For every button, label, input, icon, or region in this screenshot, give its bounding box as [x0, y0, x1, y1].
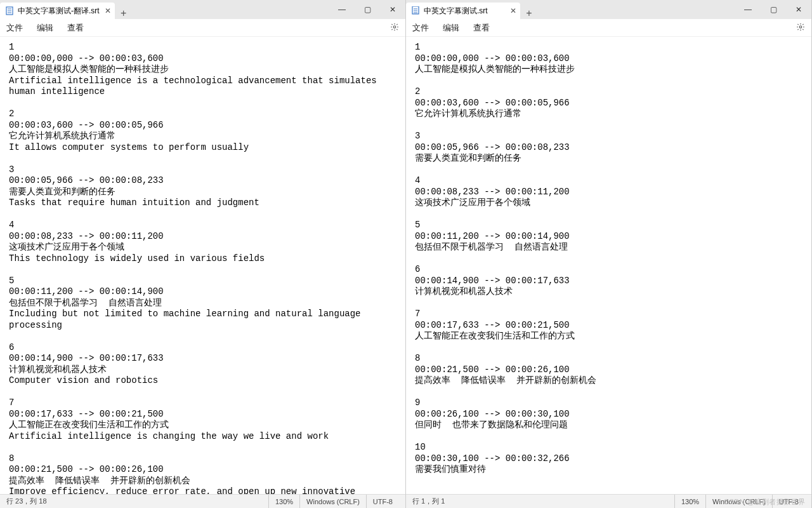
tab-active[interactable]: 中英文字幕测试-翻译.srt ✕: [0, 3, 115, 19]
menu-file[interactable]: 文件: [412, 22, 429, 34]
status-position[interactable]: 行 23，列 18: [6, 495, 53, 508]
editor-content[interactable]: 1 00:00:00,000 --> 00:00:03,600 人工智能是模拟人…: [406, 37, 811, 494]
minimize-button[interactable]: —: [735, 0, 761, 19]
minimize-button[interactable]: —: [329, 0, 355, 19]
status-zoom[interactable]: 130%: [268, 495, 299, 508]
new-tab-button[interactable]: +: [115, 8, 133, 19]
menu-view[interactable]: 查看: [67, 22, 84, 34]
close-button[interactable]: ✕: [786, 0, 811, 19]
titlebar: 中英文字幕测试.srt ✕ + — ▢ ✕: [406, 0, 811, 19]
status-position[interactable]: 行 1，列 1: [412, 495, 451, 508]
maximize-button[interactable]: ▢: [355, 0, 380, 19]
editor-content[interactable]: 1 00:00:00,000 --> 00:00:03,600 人工智能是模拟人…: [0, 37, 405, 494]
menu-view[interactable]: 查看: [473, 22, 490, 34]
close-icon[interactable]: ✕: [105, 6, 111, 15]
tab-bar: 中英文字幕测试.srt ✕ +: [406, 0, 735, 19]
status-encoding[interactable]: UTF-8: [366, 495, 399, 508]
statusbar: 行 23，列 18 130% Windows (CRLF) UTF-8: [0, 494, 405, 508]
watermark: CSDN @编剧者拯救世界: [724, 497, 806, 507]
status-zoom[interactable]: 130%: [674, 495, 705, 508]
gear-icon[interactable]: [390, 22, 399, 33]
close-icon[interactable]: ✕: [510, 6, 516, 15]
status-eol[interactable]: Windows (CRLF): [299, 495, 366, 508]
svg-point-4: [393, 25, 396, 28]
editor-pane-left: 中英文字幕测试-翻译.srt ✕ + — ▢ ✕ 文件 编辑 查看 1 00:0…: [0, 0, 406, 508]
menu-file[interactable]: 文件: [6, 22, 23, 34]
menu-edit[interactable]: 编辑: [443, 22, 459, 34]
statusbar: 行 1，列 1 130% Windows (CRLF) UTF-8 CSDN @…: [406, 494, 811, 508]
gear-icon[interactable]: [796, 22, 805, 33]
menu-edit[interactable]: 编辑: [37, 22, 53, 34]
tab-title: 中英文字幕测试.srt: [424, 6, 488, 17]
titlebar: 中英文字幕测试-翻译.srt ✕ + — ▢ ✕: [0, 0, 405, 19]
tab-title: 中英文字幕测试-翻译.srt: [18, 6, 100, 17]
file-icon: [5, 6, 14, 15]
menubar: 文件 编辑 查看: [406, 19, 811, 37]
tab-active[interactable]: 中英文字幕测试.srt ✕: [406, 3, 520, 19]
maximize-button[interactable]: ▢: [761, 0, 786, 19]
svg-point-9: [799, 25, 802, 28]
new-tab-button[interactable]: +: [520, 8, 538, 19]
editor-pane-right: 中英文字幕测试.srt ✕ + — ▢ ✕ 文件 编辑 查看 1 00:00:0…: [406, 0, 812, 508]
menubar: 文件 编辑 查看: [0, 19, 405, 37]
tab-bar: 中英文字幕测试-翻译.srt ✕ +: [0, 0, 329, 19]
window-controls: — ▢ ✕: [329, 0, 405, 19]
file-icon: [411, 6, 420, 15]
close-button[interactable]: ✕: [380, 0, 405, 19]
window-controls: — ▢ ✕: [735, 0, 811, 19]
